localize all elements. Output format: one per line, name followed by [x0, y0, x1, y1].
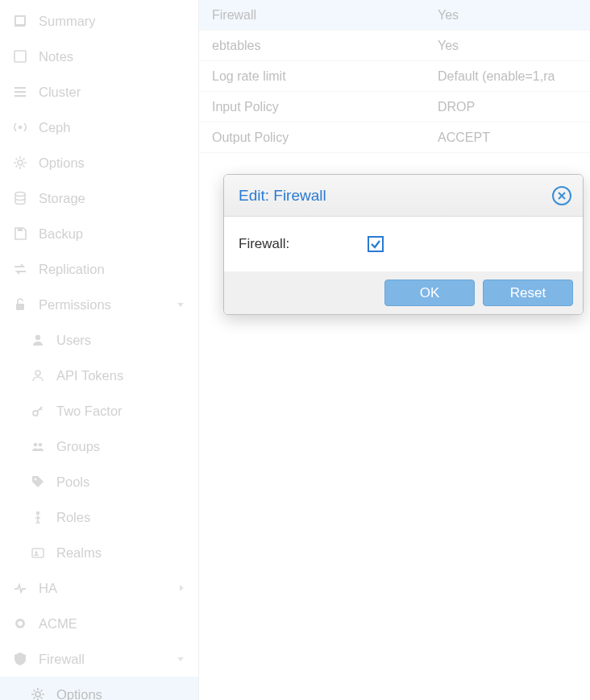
- sidebar: SummaryNotesClusterCephOptionsStorageBac…: [0, 0, 199, 700]
- row-value: DROP: [438, 100, 590, 114]
- chevron-right-icon: [177, 583, 185, 593]
- svg-rect-16: [32, 549, 44, 557]
- row-value: ACCEPT: [438, 130, 590, 145]
- svg-rect-3: [15, 95, 26, 97]
- chevron-down-icon: [176, 655, 185, 663]
- sidebar-item-label: Users: [56, 333, 198, 348]
- sidebar-item-label: ACME: [39, 616, 198, 632]
- idcard-icon: [29, 544, 47, 561]
- row-value: Yes: [438, 8, 590, 23]
- sidebar-item-permissions[interactable]: Permissions: [0, 287, 198, 322]
- sidebar-item-two-factor[interactable]: Two Factor: [0, 393, 198, 429]
- ok-button[interactable]: OK: [384, 280, 475, 306]
- sidebar-item-label: Storage: [39, 191, 198, 206]
- sidebar-item-firewall[interactable]: Firewall: [0, 641, 198, 677]
- sidebar-item-label: Replication: [39, 262, 198, 277]
- sidebar-item-realms[interactable]: Realms: [0, 535, 198, 570]
- sidebar-item-label: Realms: [56, 545, 198, 561]
- svg-point-19: [18, 621, 23, 626]
- table-row[interactable]: Output PolicyACCEPT: [199, 122, 590, 153]
- user-icon: [29, 331, 47, 349]
- sidebar-item-label: Firewall: [39, 652, 198, 667]
- row-key: ebtables: [199, 39, 438, 53]
- key-icon: [29, 402, 47, 420]
- table-row[interactable]: Input PolicyDROP: [199, 92, 590, 122]
- broadcast-icon: [11, 118, 29, 136]
- svg-point-20: [35, 692, 40, 697]
- svg-point-15: [36, 512, 39, 515]
- sidebar-item-users[interactable]: Users: [0, 322, 198, 358]
- svg-rect-2: [15, 91, 26, 93]
- dialog-header: Edit: Firewall: [224, 175, 583, 217]
- edit-firewall-dialog: Edit: Firewall Firewall: OK Reset: [223, 174, 584, 315]
- exchange-icon: [11, 260, 29, 278]
- sidebar-item-label: API Tokens: [56, 368, 198, 383]
- chevron-down-icon: [176, 300, 185, 309]
- group-icon: [29, 437, 47, 455]
- dialog-body: Firewall:: [224, 217, 583, 271]
- main-panel: FirewallYesebtablesYesLog rate limitDefa…: [199, 0, 590, 700]
- sidebar-item-label: Options: [39, 155, 198, 171]
- gear-icon: [11, 154, 29, 172]
- heartbeat-icon: [11, 579, 29, 597]
- sidebar-item-ha[interactable]: HA: [0, 570, 198, 606]
- close-icon[interactable]: [552, 186, 571, 205]
- dialog-title: Edit: Firewall: [239, 187, 326, 205]
- person-icon: [29, 508, 47, 526]
- table-row[interactable]: FirewallYes: [199, 0, 590, 31]
- svg-point-9: [35, 335, 40, 340]
- sidebar-item-options[interactable]: Options: [0, 145, 198, 180]
- sidebar-item-ceph[interactable]: Ceph: [0, 110, 198, 145]
- row-key: Log rate limit: [199, 69, 438, 84]
- svg-rect-0: [15, 51, 26, 62]
- row-key: Output Policy: [199, 130, 438, 145]
- firewall-checkbox[interactable]: [368, 236, 384, 252]
- sidebar-item-storage[interactable]: Storage: [0, 180, 198, 216]
- sidebar-item-label: Roles: [56, 510, 198, 525]
- sidebar-item-label: Groups: [56, 439, 198, 454]
- sidebar-item-options[interactable]: Options: [0, 677, 198, 700]
- options-table: FirewallYesebtablesYesLog rate limitDefa…: [199, 0, 590, 153]
- sidebar-item-label: Pools: [56, 474, 198, 490]
- sidebar-item-label: Ceph: [39, 120, 198, 135]
- svg-point-17: [35, 551, 37, 553]
- sidebar-item-label: Options: [56, 687, 198, 701]
- svg-rect-7: [18, 228, 23, 231]
- sidebar-item-label: Notes: [39, 49, 198, 64]
- row-value: Yes: [438, 39, 590, 53]
- sidebar-item-cluster[interactable]: Cluster: [0, 74, 198, 110]
- sidebar-item-replication[interactable]: Replication: [0, 251, 198, 287]
- svg-point-6: [15, 193, 25, 197]
- sidebar-item-label: Permissions: [39, 297, 198, 313]
- sidebar-item-backup[interactable]: Backup: [0, 216, 198, 251]
- sidebar-item-pools[interactable]: Pools: [0, 464, 198, 499]
- book-icon: [11, 12, 29, 30]
- unlock-icon: [11, 296, 29, 313]
- sidebar-item-label: Cluster: [39, 85, 198, 100]
- row-value: Default (enable=1,ra: [438, 69, 590, 84]
- sidebar-item-acme[interactable]: ACME: [0, 606, 198, 641]
- table-row[interactable]: Log rate limitDefault (enable=1,ra: [199, 61, 590, 92]
- sidebar-item-roles[interactable]: Roles: [0, 499, 198, 535]
- sidebar-item-label: HA: [39, 581, 198, 596]
- sidebar-item-summary[interactable]: Summary: [0, 3, 198, 39]
- dialog-footer: OK Reset: [224, 271, 583, 314]
- sidebar-item-api-tokens[interactable]: API Tokens: [0, 358, 198, 393]
- shield-icon: [11, 650, 29, 668]
- svg-point-4: [19, 126, 23, 130]
- table-row[interactable]: ebtablesYes: [199, 31, 590, 61]
- db-icon: [11, 189, 29, 207]
- save-icon: [11, 225, 29, 242]
- svg-point-5: [18, 160, 23, 165]
- gear-icon: [29, 686, 47, 700]
- userring-icon: [29, 367, 47, 384]
- sidebar-item-notes[interactable]: Notes: [0, 39, 198, 74]
- reset-button[interactable]: Reset: [483, 280, 573, 306]
- svg-point-12: [34, 443, 38, 447]
- sidebar-item-label: Two Factor: [56, 404, 198, 419]
- cert-icon: [11, 615, 29, 632]
- sidebar-item-label: Backup: [39, 226, 198, 242]
- row-key: Input Policy: [199, 100, 438, 114]
- sidebar-item-groups[interactable]: Groups: [0, 429, 198, 464]
- note-icon: [11, 48, 29, 65]
